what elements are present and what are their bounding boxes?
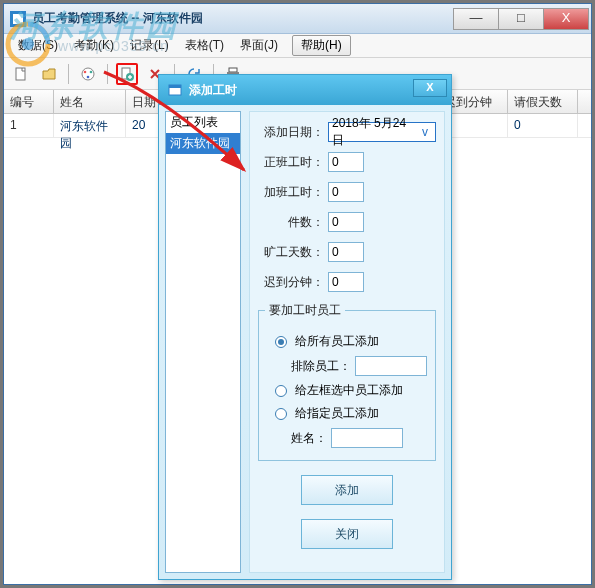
svg-rect-13 (169, 85, 181, 88)
employee-list-header: 员工列表 (166, 112, 240, 133)
label-pieces: 件数： (258, 214, 324, 231)
dialog-icon (167, 82, 183, 98)
date-input[interactable]: 2018年 5月24日 v (328, 122, 436, 142)
radio-all[interactable] (275, 336, 287, 348)
employee-list-item[interactable]: 河东软件园 (166, 133, 240, 154)
radio-named[interactable] (275, 408, 287, 420)
radio-named-label: 给指定员工添加 (295, 405, 379, 422)
label-normal: 正班工时： (258, 154, 324, 171)
cell-leave: 0 (508, 114, 578, 137)
add-hours-dialog: 添加工时 X 员工列表 河东软件园 添加日期： 2018年 5月24日 v 正班… (158, 74, 452, 580)
label-add-date: 添加日期： (258, 124, 324, 141)
exclude-input[interactable] (355, 356, 427, 376)
menu-help[interactable]: 帮助(H) (292, 35, 351, 56)
svg-point-4 (84, 70, 87, 73)
overtime-input[interactable] (328, 182, 364, 202)
radio-all-row[interactable]: 给所有员工添加 (275, 333, 429, 350)
add-record-icon[interactable] (116, 63, 138, 85)
late-input[interactable] (328, 272, 364, 292)
minimize-button[interactable]: — (453, 8, 499, 30)
date-value: 2018年 5月24日 (332, 115, 418, 149)
menubar: 数据(S) 考勤(K) 记录(L) 表格(T) 界面(J) 帮助(H) (4, 34, 591, 58)
col-name[interactable]: 姓名 (54, 90, 126, 113)
add-button[interactable]: 添加 (301, 475, 393, 505)
form-panel: 添加日期： 2018年 5月24日 v 正班工时： 加班工时： 件数： 旷工天数… (249, 111, 445, 573)
pieces-input[interactable] (328, 212, 364, 232)
separator (107, 64, 108, 84)
radio-selected[interactable] (275, 385, 287, 397)
menu-record[interactable]: 记录(L) (122, 35, 177, 56)
separator (68, 64, 69, 84)
svg-rect-9 (229, 68, 237, 72)
close-button[interactable]: 关闭 (301, 519, 393, 549)
palette-icon[interactable] (77, 63, 99, 85)
svg-point-15 (22, 38, 34, 50)
radio-selected-label: 给左框选中员工添加 (295, 382, 403, 399)
dialog-titlebar[interactable]: 添加工时 X (159, 75, 451, 105)
close-button[interactable]: X (543, 8, 589, 30)
employee-list[interactable]: 员工列表 河东软件园 (165, 111, 241, 573)
label-overtime: 加班工时： (258, 184, 324, 201)
group-legend: 要加工时员工 (265, 302, 345, 319)
col-id[interactable]: 编号 (4, 90, 54, 113)
employee-scope-group: 要加工时员工 给所有员工添加 排除员工： 给左框选中员工添加 给指定员工添加 (258, 302, 436, 461)
radio-selected-row[interactable]: 给左框选中员工添加 (275, 382, 429, 399)
radio-all-label: 给所有员工添加 (295, 333, 379, 350)
radio-named-row[interactable]: 给指定员工添加 (275, 405, 429, 422)
normal-input[interactable] (328, 152, 364, 172)
menu-ui[interactable]: 界面(J) (232, 35, 286, 56)
cell-id: 1 (4, 114, 54, 137)
name-input[interactable] (331, 428, 403, 448)
titlebar[interactable]: 员工考勤管理系统 -- 河东软件园 — □ X (4, 4, 591, 34)
menu-table[interactable]: 表格(T) (177, 35, 232, 56)
label-late: 迟到分钟： (258, 274, 324, 291)
dialog-title: 添加工时 (189, 82, 237, 99)
chevron-down-icon[interactable]: v (418, 125, 432, 139)
label-absent: 旷工天数： (258, 244, 324, 261)
window-title: 员工考勤管理系统 -- 河东软件园 (32, 10, 454, 27)
cell-name: 河东软件园 (54, 114, 126, 137)
menu-attendance[interactable]: 考勤(K) (66, 35, 122, 56)
label-name: 姓名： (291, 430, 327, 447)
svg-point-6 (87, 75, 90, 78)
svg-point-5 (90, 70, 93, 73)
label-exclude: 排除员工： (291, 358, 351, 375)
absent-input[interactable] (328, 242, 364, 262)
col-leave[interactable]: 请假天数 (508, 90, 578, 113)
watermark-logo-icon (2, 18, 54, 70)
maximize-button[interactable]: □ (498, 8, 544, 30)
dialog-close-button[interactable]: X (413, 79, 447, 97)
